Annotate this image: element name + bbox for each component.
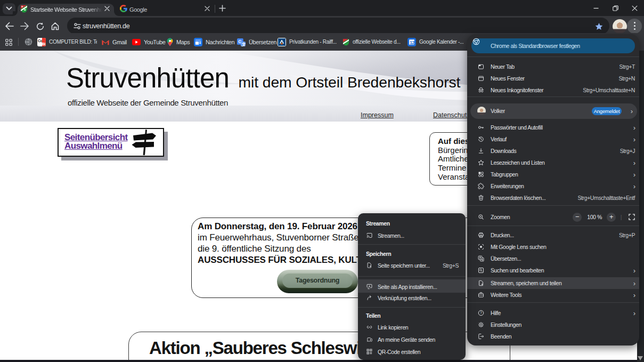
svg-text:文: 文	[241, 42, 246, 46]
svg-text:12: 12	[410, 39, 414, 45]
svg-text:?: ?	[480, 311, 482, 315]
